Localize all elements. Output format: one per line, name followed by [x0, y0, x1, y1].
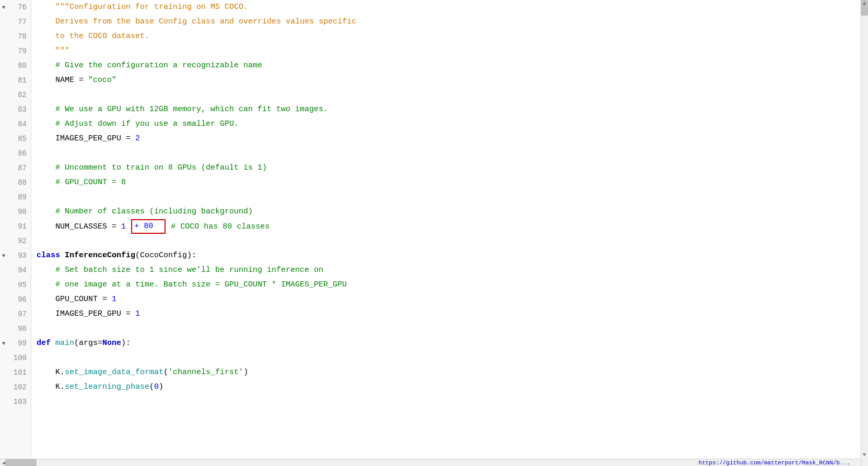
code-line-84: # Adjust down if you use a smaller GPU. [37, 117, 868, 132]
code-line-103 [37, 395, 868, 409]
line-number-84: 84 [0, 117, 31, 132]
code-line-85: IMAGES_PER_GPU = 2 [37, 132, 868, 146]
code-line-83: # We use a GPU with 12GB memory, which c… [37, 102, 868, 117]
code-line-89 [37, 190, 868, 205]
horizontal-scrollbar[interactable]: https://github.com/matterport/Mask_RCNN/… [0, 459, 861, 466]
code-line-90: # Number of classes (including backgroun… [37, 205, 868, 219]
line-numbers: ▼ 76 77 78 79 80 81 82 83 84 85 86 87 88… [0, 0, 31, 466]
code-line-86 [37, 146, 868, 161]
status-url: https://github.com/matterport/Mask_RCNN/… [699, 459, 850, 466]
line-number-95: 95 [0, 278, 31, 292]
code-text-76: """Configuration for training on MS COCO… [37, 0, 248, 15]
code-line-77: Derives from the base Config class and o… [37, 15, 868, 29]
horizontal-scrollbar-thumb[interactable] [5, 459, 37, 466]
scroll-up-arrow[interactable]: ▲ [861, 0, 868, 7]
code-text-95: # one image at a time. Batch size = GPU_… [37, 278, 347, 292]
code-text-101: K.set_image_data_format('channels_first'… [37, 365, 248, 380]
code-line-97: IMAGES_PER_GPU = 1 [37, 307, 868, 321]
status-url-text: https://github.com/matterport/Mask_RCNN/… [699, 460, 850, 466]
code-line-99: def main(args=None): [37, 336, 868, 351]
line-number-82: 82 [0, 88, 31, 102]
line-number-98: 98 [0, 321, 31, 336]
code-area[interactable]: """Configuration for training on MS COCO… [31, 0, 868, 466]
code-text-85: IMAGES_PER_GPU = 2 [37, 132, 140, 146]
code-line-87: # Uncomment to train on 8 GPUs (default … [37, 161, 868, 175]
code-line-98 [37, 321, 868, 336]
line-number-77: 77 [0, 15, 31, 29]
code-text-79: """ [37, 44, 69, 58]
line-number-100: 100 [0, 351, 31, 365]
line-number-89: 89 [0, 190, 31, 205]
line-number-99: ▼ 99 [0, 336, 31, 351]
line-number-90: 90 [0, 205, 31, 219]
line-number-79: 79 [0, 44, 31, 58]
code-line-93: class InferenceConfig(CocoConfig): [37, 248, 868, 263]
line-number-96: 96 [0, 292, 31, 307]
code-line-96: GPU_COUNT = 1 [37, 292, 868, 307]
scroll-down-arrow[interactable]: ▼ [861, 451, 868, 459]
code-line-81: NAME = "coco" [37, 73, 868, 88]
scroll-left-arrow[interactable]: ◀ [0, 459, 7, 466]
line-number-97: 97 [0, 307, 31, 321]
code-line-101: K.set_image_data_format('channels_first'… [37, 365, 868, 380]
fold-icon-99[interactable]: ▼ [2, 341, 5, 346]
code-text-96: GPU_COUNT = 1 [37, 292, 116, 307]
code-line-102: K.set_learning_phase(0) [37, 380, 868, 395]
code-text-91: NUM_CLASSES = 1 + 80 # COCO has 80 class… [37, 219, 269, 234]
code-line-82 [37, 88, 868, 102]
line-number-83: 83 [0, 102, 31, 117]
line-number-85: 85 [0, 132, 31, 146]
highlight-num-classes: + 80 [131, 219, 166, 234]
code-line-94: # Set batch size to 1 since we'll be run… [37, 263, 868, 278]
code-line-78: to the COCO dataset. [37, 29, 868, 44]
code-line-79: """ [37, 44, 868, 58]
line-number-80: 80 [0, 58, 31, 73]
code-text-94: # Set batch size to 1 since we'll be run… [37, 263, 323, 278]
code-text-88: # GPU_COUNT = 8 [37, 175, 126, 190]
code-text-84: # Adjust down if you use a smaller GPU. [37, 117, 239, 132]
code-text-102: K.set_learning_phase(0) [37, 380, 163, 395]
code-line-100 [37, 351, 868, 365]
line-number-92: 92 [0, 234, 31, 248]
code-text-78: to the COCO dataset. [37, 29, 149, 44]
code-line-91: NUM_CLASSES = 1 + 80 # COCO has 80 class… [37, 219, 868, 234]
code-text-77: Derives from the base Config class and o… [37, 15, 356, 29]
code-line-95: # one image at a time. Batch size = GPU_… [37, 278, 868, 292]
line-number-93: ▼ 93 [0, 248, 31, 263]
line-number-78: 78 [0, 29, 31, 44]
code-text-93: class InferenceConfig(CocoConfig): [37, 248, 196, 263]
code-text-99: def main(args=None): [37, 336, 131, 351]
code-text-81: NAME = "coco" [37, 73, 116, 88]
line-number-81: 81 [0, 73, 31, 88]
line-number-94: 94 [0, 263, 31, 278]
fold-icon-93[interactable]: ▼ [2, 253, 5, 259]
vertical-scrollbar[interactable]: ▲ ▼ [861, 0, 868, 466]
line-number-88: 88 [0, 175, 31, 190]
code-line-76: """Configuration for training on MS COCO… [37, 0, 868, 15]
line-number-87: 87 [0, 161, 31, 175]
fold-icon-76[interactable]: ▼ [2, 5, 5, 10]
line-number-76: ▼ 76 [0, 0, 31, 15]
code-text-87: # Uncomment to train on 8 GPUs (default … [37, 161, 267, 175]
editor-container: ▼ 76 77 78 79 80 81 82 83 84 85 86 87 88… [0, 0, 868, 466]
code-text-97: IMAGES_PER_GPU = 1 [37, 307, 140, 321]
line-number-101: 101 [0, 365, 31, 380]
line-number-102: 102 [0, 380, 31, 395]
code-text-90: # Number of classes (including backgroun… [37, 205, 253, 219]
code-text-80: # Give the configuration a recognizable … [37, 58, 262, 73]
line-number-91: 91 [0, 219, 31, 234]
code-text-83: # We use a GPU with 12GB memory, which c… [37, 102, 328, 117]
code-line-92 [37, 234, 868, 248]
code-line-80: # Give the configuration a recognizable … [37, 58, 868, 73]
line-number-103: 103 [0, 395, 31, 409]
line-number-86: 86 [0, 146, 31, 161]
code-line-88: # GPU_COUNT = 8 [37, 175, 868, 190]
